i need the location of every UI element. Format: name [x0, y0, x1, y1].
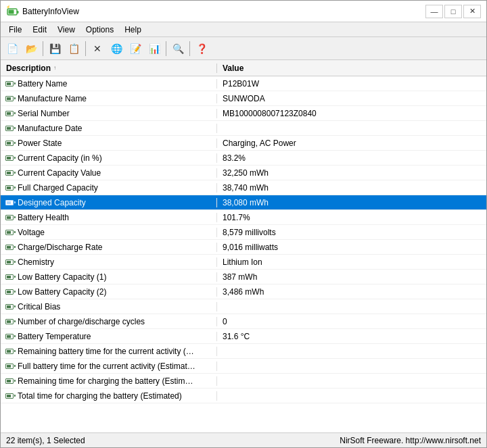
cell-description: Manufacture Name [1, 94, 217, 103]
cell-description: Low Battery Capacity (2) [1, 287, 217, 297]
svg-rect-1 [9, 9, 14, 14]
table-row[interactable]: Manufacture NameSUNWODA [1, 91, 486, 106]
table-row[interactable]: Voltage8,579 millivolts [1, 225, 486, 240]
battery-row-icon [5, 198, 14, 207]
battery-row-icon [5, 79, 14, 89]
table-row[interactable]: Designed Capacity38,080 mWh [1, 195, 486, 210]
toolbar-export-text-button[interactable]: 📝 [126, 40, 144, 57]
table-row[interactable]: Current Capacity (in %)83.2% [1, 151, 486, 166]
table-row[interactable]: Low Battery Capacity (2)3,486 mWh [1, 284, 486, 299]
status-bar: 22 item(s), 1 Selected NirSoft Freeware.… [1, 432, 486, 447]
table-row[interactable]: Manufacture Date [1, 121, 486, 136]
menu-item-help[interactable]: Help [119, 22, 147, 36]
toolbar-separator [43, 41, 43, 56]
table-row[interactable]: Number of charge/discharge cycles0 [1, 314, 486, 329]
table-row[interactable]: Low Battery Capacity (1)387 mWh [1, 270, 486, 284]
main-window: ⚡ BatteryInfoView — □ ✕ FileEditViewOpti… [0, 0, 487, 448]
cell-description: Low Battery Capacity (1) [1, 272, 217, 282]
toolbar: 📄📂💾📋✕🌐📝📊🔍❓ [1, 37, 486, 60]
toolbar-export-html-button[interactable]: 🌐 [108, 40, 125, 57]
table-row[interactable]: Battery Health101.7% [1, 210, 486, 225]
cell-value: Charging, AC Power [217, 139, 486, 148]
menu-item-file[interactable]: File [3, 22, 27, 36]
toolbar-separator [85, 41, 86, 56]
battery-row-icon [5, 287, 14, 297]
cell-value: 3,486 mWh [217, 287, 486, 297]
close-button[interactable]: ✕ [463, 5, 481, 18]
cell-value: 38,740 mWh [217, 183, 486, 193]
maximize-button[interactable]: □ [444, 5, 462, 18]
content-area: Description ↑ Value Battery NameP12B01WM… [1, 60, 486, 432]
battery-row-icon [5, 272, 14, 282]
table-row[interactable]: Remaining battery time for the current a… [1, 344, 486, 359]
svg-rect-2 [17, 11, 19, 14]
table-row[interactable]: Serial NumberMB1000008007123Z0840 [1, 106, 486, 121]
battery-row-icon [5, 228, 14, 237]
battery-row-icon [5, 257, 14, 267]
sort-icon: ↑ [53, 65, 56, 71]
battery-row-icon [5, 139, 14, 148]
table-row[interactable]: ChemistryLithium Ion [1, 255, 486, 270]
toolbar-search-button[interactable]: 🔍 [169, 40, 187, 57]
table-row[interactable]: Remaining time for charging the battery … [1, 374, 486, 389]
status-items-count: 22 item(s), 1 Selected [6, 436, 340, 445]
toolbar-open-button[interactable]: 📂 [22, 40, 40, 57]
window-title: BatteryInfoView [22, 7, 79, 16]
battery-row-icon [5, 332, 14, 341]
cell-description: Power State [1, 139, 217, 148]
table-row[interactable]: Battery NameP12B01W [1, 76, 486, 91]
menu-item-options[interactable]: Options [80, 22, 119, 36]
battery-row-icon [5, 243, 14, 252]
table-row[interactable]: Charge/Discharge Rate9,016 milliwatts [1, 240, 486, 255]
minimize-button[interactable]: — [425, 5, 443, 18]
cell-description: Total time for charging the battery (Est… [1, 391, 217, 401]
cell-description: Remaining battery time for the current a… [1, 347, 217, 356]
battery-row-icon [5, 317, 14, 326]
table-row[interactable]: Critical Bias [1, 299, 486, 314]
table-row[interactable]: Full battery time for the current activi… [1, 359, 486, 374]
cell-description: Battery Temperature [1, 332, 217, 341]
cell-description: Full Charged Capacity [1, 183, 217, 193]
cell-description: Current Capacity Value [1, 168, 217, 178]
cell-value: P12B01W [217, 79, 486, 89]
table-row[interactable]: Current Capacity Value32,250 mWh [1, 166, 486, 180]
toolbar-copy-button[interactable]: 📋 [65, 40, 83, 57]
toolbar-new-button[interactable]: 📄 [3, 40, 21, 57]
title-bar-left: ⚡ BatteryInfoView [6, 5, 79, 18]
cell-description: Serial Number [1, 109, 217, 118]
toolbar-separator [189, 41, 190, 56]
toolbar-export-xml-button[interactable]: 📊 [145, 40, 163, 57]
table-header: Description ↑ Value [1, 60, 486, 76]
battery-row-icon [5, 153, 14, 163]
cell-value: MB1000008007123Z0840 [217, 109, 486, 118]
battery-row-icon [5, 213, 14, 222]
toolbar-save-button[interactable]: 💾 [46, 40, 64, 57]
title-controls: — □ ✕ [425, 5, 481, 18]
cell-description: Current Capacity (in %) [1, 153, 217, 163]
table-row[interactable]: Battery Temperature31.6 °C [1, 329, 486, 344]
battery-row-icon [5, 183, 14, 193]
battery-row-icon [5, 124, 14, 133]
battery-row-icon [5, 362, 14, 371]
cell-description: Voltage [1, 228, 217, 237]
table-row[interactable]: Full Charged Capacity38,740 mWh [1, 180, 486, 195]
battery-row-icon [5, 94, 14, 103]
cell-description: Battery Health [1, 213, 217, 222]
cell-description: Number of charge/discharge cycles [1, 317, 217, 326]
cell-value: SUNWODA [217, 94, 486, 103]
menu-item-edit[interactable]: Edit [27, 22, 52, 36]
table-row[interactable]: Power StateCharging, AC Power [1, 136, 486, 151]
toolbar-separator [166, 41, 166, 56]
battery-row-icon [5, 302, 14, 312]
toolbar-delete-button[interactable]: ✕ [89, 40, 106, 57]
toolbar-about-button[interactable]: ❓ [193, 40, 210, 57]
header-value: Value [217, 64, 486, 73]
status-nirsoft: NirSoft Freeware. http://www.nirsoft.net [340, 436, 481, 445]
header-description[interactable]: Description ↑ [1, 64, 217, 73]
table-row[interactable]: Total time for charging the battery (Est… [1, 389, 486, 403]
cell-value: 9,016 milliwatts [217, 243, 486, 252]
cell-description: Chemistry [1, 257, 217, 267]
menu-item-view[interactable]: View [52, 22, 80, 36]
menu-bar: FileEditViewOptionsHelp [1, 22, 486, 37]
table-body: Battery NameP12B01WManufacture NameSUNWO… [1, 76, 486, 432]
